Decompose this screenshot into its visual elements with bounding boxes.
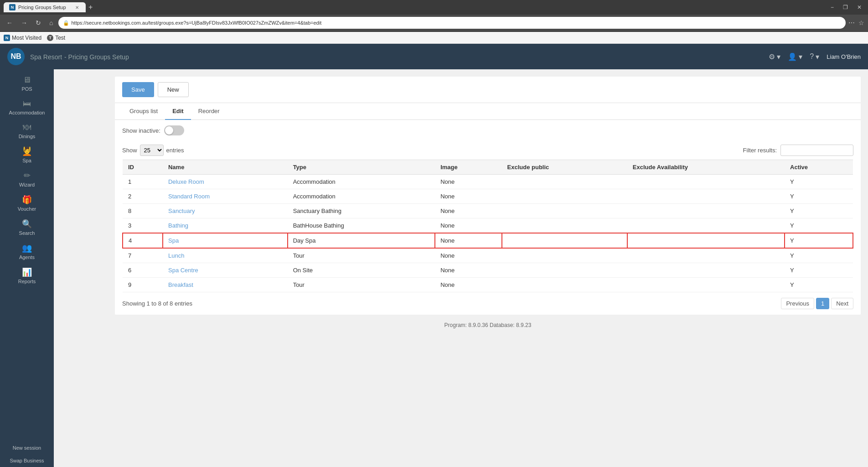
next-page-button[interactable]: Next xyxy=(831,298,853,309)
voucher-icon: 🎁 xyxy=(22,195,32,205)
tab-edit[interactable]: Edit xyxy=(165,103,191,120)
tab-close-button[interactable]: ✕ xyxy=(74,4,80,10)
col-header-image: Image xyxy=(435,160,501,175)
sidebar-label-spa: Spa xyxy=(22,158,31,163)
sidebar-item-voucher[interactable]: 🎁 Voucher xyxy=(0,191,54,215)
filter-right: Filter results: xyxy=(743,145,853,156)
table-row[interactable]: 3BathingBathHouse BathingNoneY xyxy=(123,218,853,234)
settings-button[interactable]: ⚙ ▾ xyxy=(769,52,780,61)
sidebar-new-session[interactable]: New session xyxy=(0,441,54,454)
sidebar-item-agents[interactable]: 👥 Agents xyxy=(0,239,54,264)
show-label: Show xyxy=(122,147,137,154)
header-right: ⚙ ▾ 👤 ▾ ? ▾ Liam O'Brien xyxy=(769,52,861,61)
bookmark-test-label: Test xyxy=(55,35,65,41)
user-name[interactable]: Liam O'Brien xyxy=(827,53,861,60)
table-row[interactable]: 4SpaDay SpaNoneY xyxy=(123,233,853,248)
sidebar-item-wizard[interactable]: ✏ Wizard xyxy=(0,167,54,191)
filter-input[interactable] xyxy=(780,145,853,156)
save-button[interactable]: Save xyxy=(122,82,154,97)
filter-label: Filter results: xyxy=(743,147,777,154)
browser-navbar: ← → ↻ ⌂ 🔒 https://secure.netbookings.com… xyxy=(0,15,868,31)
filter-row: Show inactive: xyxy=(115,120,861,141)
sidebar-label-wizard: Wizard xyxy=(19,182,35,187)
accommodation-icon: 🛏 xyxy=(23,99,31,109)
bookmark-test[interactable]: T Test xyxy=(47,35,65,41)
col-header-exclude-availability: Exclude Availability xyxy=(627,160,785,175)
toolbar: Save New xyxy=(115,77,861,103)
sidebar-bottom: New session Swap Business xyxy=(0,441,54,467)
row-name-link[interactable]: Standard Room xyxy=(168,193,210,200)
sidebar: ⊞ Dashboard 🖥 POS 🛏 Accommodation 🍽 Dini… xyxy=(0,44,54,467)
table-row[interactable]: 2Standard RoomAccommodationNoneY xyxy=(123,189,853,204)
bookmarks-bar: N Most Visited T Test xyxy=(0,32,868,44)
row-name-link[interactable]: Spa xyxy=(168,237,179,244)
dinings-icon: 🍽 xyxy=(23,123,31,132)
app-subtitle: - Pricing Groups Setup xyxy=(64,53,129,61)
row-name-link[interactable]: Breakfast xyxy=(168,281,193,288)
address-bar[interactable]: 🔒 https://secure.netbookings.com.au/test… xyxy=(58,17,846,29)
tab-title: Pricing Groups Setup xyxy=(18,5,66,10)
version-text: Program: 8.9.0.36 Database: 8.9.23 xyxy=(444,322,532,328)
tab-groups-list[interactable]: Groups list xyxy=(122,103,165,120)
new-button[interactable]: New xyxy=(158,82,189,97)
ssl-icon: 🔒 xyxy=(63,20,69,26)
url-text: https://secure.netbookings.com.au/test/g… xyxy=(71,20,321,26)
reports-icon: 📊 xyxy=(22,267,32,277)
back-button[interactable]: ← xyxy=(4,17,16,28)
app-header: NB Spa Resort - Pricing Groups Setup ⚙ ▾… xyxy=(0,44,868,69)
tab-favicon: N xyxy=(9,4,16,10)
pagination-row: Showing 1 to 8 of 8 entries Previous 1 N… xyxy=(115,292,861,315)
bookmark-most-visited[interactable]: N Most Visited xyxy=(4,35,41,41)
entries-select[interactable]: 25 10 50 100 xyxy=(140,145,164,156)
refresh-button[interactable]: ↻ xyxy=(33,17,44,28)
sidebar-label-pos: POS xyxy=(21,86,32,92)
minimize-button[interactable]: − xyxy=(828,3,837,11)
sidebar-item-pos[interactable]: 🖥 POS xyxy=(0,72,54,95)
previous-page-button[interactable]: Previous xyxy=(781,298,814,309)
sidebar-label-accommodation: Accommodation xyxy=(9,110,45,115)
user-dropdown-icon: ▾ xyxy=(799,52,802,61)
home-button[interactable]: ⌂ xyxy=(46,17,56,28)
browser-chrome: N Pricing Groups Setup ✕ + − ❐ ✕ ← → ↻ ⌂… xyxy=(0,0,868,32)
row-name-link[interactable]: Lunch xyxy=(168,252,184,259)
nb-favicon: N xyxy=(4,35,10,41)
close-button[interactable]: ✕ xyxy=(854,3,864,11)
row-name-link[interactable]: Sanctuary xyxy=(168,208,195,214)
tab-reorder[interactable]: Reorder xyxy=(191,103,227,120)
bookmark-most-visited-label: Most Visited xyxy=(12,35,41,41)
nav-icons-right: ⋯ ☆ xyxy=(848,19,864,26)
maximize-button[interactable]: ❐ xyxy=(840,3,851,11)
browser-tab[interactable]: N Pricing Groups Setup ✕ xyxy=(4,2,86,12)
tab-row: Groups list Edit Reorder xyxy=(115,103,861,120)
showing-text: Showing 1 to 8 of 8 entries xyxy=(122,300,192,307)
sidebar-item-spa[interactable]: 💆 Spa xyxy=(0,143,54,167)
show-inactive-toggle[interactable] xyxy=(164,125,184,135)
extensions-icon[interactable]: ⋯ xyxy=(848,19,855,26)
sidebar-item-search[interactable]: 🔍 Search xyxy=(0,215,54,239)
app-layout: ⊞ Dashboard 🖥 POS 🛏 Accommodation 🍽 Dini… xyxy=(0,44,868,467)
entries-label: entries xyxy=(166,147,184,154)
bookmark-star-icon[interactable]: ☆ xyxy=(858,19,864,26)
table-row[interactable]: 7LunchTourNoneY xyxy=(123,248,853,263)
table-row[interactable]: 9BreakfastTourNoneY xyxy=(123,278,853,292)
new-tab-button[interactable]: + xyxy=(88,3,93,11)
col-header-active: Active xyxy=(785,160,853,175)
table-container: ID Name Type Image Exclude public Exclud… xyxy=(115,160,861,292)
table-row[interactable]: 6Spa CentreOn SiteNoneY xyxy=(123,263,853,278)
user-profile-button[interactable]: 👤 ▾ xyxy=(788,52,802,61)
window-controls: − ❐ ✕ xyxy=(828,3,864,11)
sidebar-item-reports[interactable]: 📊 Reports xyxy=(0,264,54,288)
toggle-knob xyxy=(165,126,173,135)
table-row[interactable]: 1Deluxe RoomAccommodationNoneY xyxy=(123,175,853,189)
sidebar-item-accommodation[interactable]: 🛏 Accommodation xyxy=(0,95,54,119)
row-name-link[interactable]: Bathing xyxy=(168,222,188,229)
row-name-link[interactable]: Deluxe Room xyxy=(168,178,204,185)
sidebar-swap-business[interactable]: Swap Business xyxy=(0,454,54,467)
forward-button[interactable]: → xyxy=(18,17,30,28)
wizard-icon: ✏ xyxy=(24,171,31,181)
page-1-button[interactable]: 1 xyxy=(816,298,829,309)
sidebar-item-dinings[interactable]: 🍽 Dinings xyxy=(0,119,54,143)
row-name-link[interactable]: Spa Centre xyxy=(168,267,198,274)
help-button[interactable]: ? ▾ xyxy=(810,52,819,61)
table-row[interactable]: 8SanctuarySanctuary BathingNoneY xyxy=(123,204,853,218)
